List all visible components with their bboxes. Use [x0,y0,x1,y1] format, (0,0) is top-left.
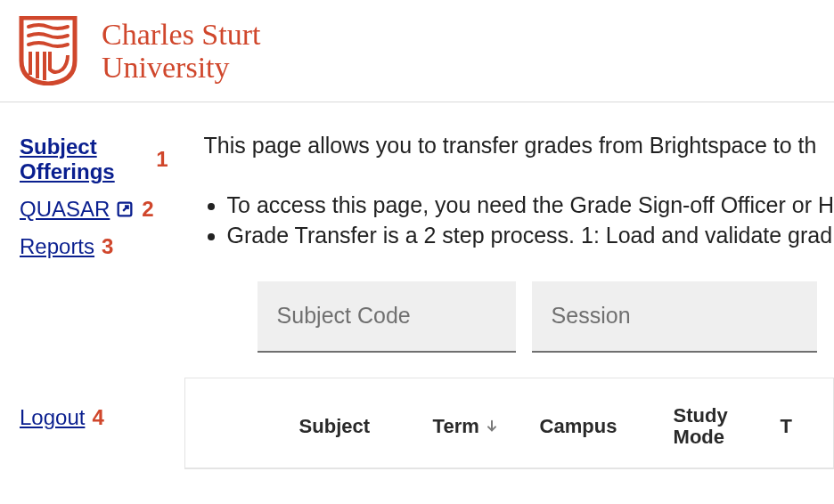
brand-line1: Charles Sturt [102,18,260,51]
col-term[interactable]: Term [433,415,540,438]
sidebar-item-quasar[interactable]: QUASAR 2 [20,197,168,222]
sidebar-item-reports[interactable]: Reports 3 [20,234,168,259]
nav-link-label: Logout [20,405,85,430]
sidebar: Subject Offerings 1 QUASAR 2 Reports 3 L… [0,102,177,469]
subject-code-input[interactable]: Subject Code [258,281,516,353]
annotation-marker: 4 [92,405,103,430]
sidebar-item-subject-offerings[interactable]: Subject Offerings 1 [20,134,168,184]
col-study-mode[interactable]: StudyMode [674,405,781,448]
logo-shield [18,16,78,85]
results-table: Subject Term Campus StudyMode [184,378,834,469]
session-input[interactable]: Session [532,281,817,353]
annotation-marker: 2 [142,197,153,222]
sidebar-item-logout[interactable]: Logout 4 [20,405,168,430]
brand-name: Charles Sturt University [102,18,260,85]
col-subject[interactable]: Subject [299,415,433,438]
page-intro: This page allows you to transfer grades … [204,133,834,159]
input-placeholder: Session [552,303,631,329]
external-link-icon [115,199,135,219]
info-bullets: To access this page, you need the Grade … [204,191,834,251]
annotation-marker: 3 [102,234,113,259]
info-bullet: To access this page, you need the Grade … [227,191,834,221]
input-placeholder: Subject Code [277,303,411,329]
brand-line2: University [102,51,260,84]
col-trailing[interactable]: T [781,415,816,438]
sort-desc-icon [485,415,499,438]
nav-link-label: Reports [20,234,94,259]
table-header-row: Subject Term Campus StudyMode [185,405,833,468]
info-bullet: Grade Transfer is a 2 step process. 1: L… [227,221,834,251]
nav-link-label: QUASAR [20,197,110,222]
nav-link-label: Subject Offerings [20,134,149,184]
app-header: Charles Sturt University [0,0,834,102]
col-campus[interactable]: Campus [540,415,674,438]
annotation-marker: 1 [156,147,168,172]
filter-row: Subject Code Session [258,281,834,353]
main-content: This page allows you to transfer grades … [177,102,834,469]
